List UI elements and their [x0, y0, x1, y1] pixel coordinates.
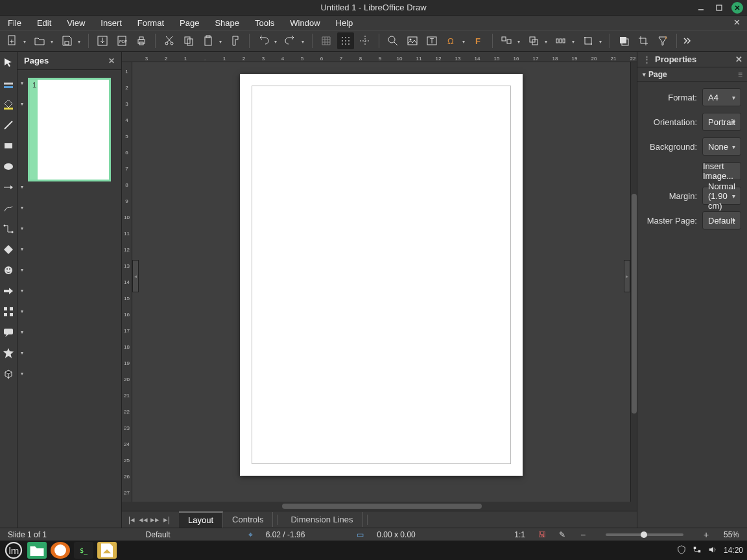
- block-arrows-tool[interactable]: [0, 284, 17, 298]
- first-slide-button[interactable]: |◂: [126, 514, 137, 526]
- scrollbar-thumb[interactable]: [632, 194, 637, 414]
- libreoffice-draw-taskbar[interactable]: [97, 542, 117, 559]
- files-app-button[interactable]: [27, 542, 47, 559]
- rectangle-tool[interactable]: [0, 139, 17, 153]
- pages-panel-close-icon[interactable]: ✕: [108, 56, 115, 65]
- undo-button[interactable]: [255, 32, 272, 49]
- save-button[interactable]: [58, 32, 75, 49]
- helplines-button[interactable]: [357, 32, 374, 49]
- menu-file[interactable]: File: [5, 17, 24, 29]
- snap-to-grid-button[interactable]: [337, 32, 354, 49]
- filter-button[interactable]: [654, 32, 671, 49]
- next-slide-button[interactable]: ▸▸: [149, 514, 161, 526]
- master-page-select[interactable]: Default: [702, 211, 741, 229]
- menu-view[interactable]: View: [64, 17, 88, 29]
- section-menu-icon[interactable]: ≡: [738, 70, 742, 79]
- orientation-select[interactable]: Portrait: [702, 113, 741, 131]
- tab-controls[interactable]: Controls: [223, 512, 273, 527]
- background-select[interactable]: None: [702, 137, 741, 156]
- volume-icon[interactable]: [708, 545, 717, 556]
- network-icon[interactable]: [693, 545, 702, 556]
- firefox-app-button[interactable]: [51, 542, 70, 559]
- start-menu-button[interactable]: lm: [4, 542, 23, 559]
- horizontal-scrollbar[interactable]: [132, 503, 632, 509]
- position-size-button[interactable]: [580, 32, 597, 49]
- insert-special-char-button[interactable]: Ω: [443, 32, 460, 49]
- horizontal-ruler[interactable]: 321.12345678910111213141516171819202122: [122, 52, 637, 62]
- save-status-icon[interactable]: 🖫: [538, 530, 546, 539]
- page-thumbnail-1[interactable]: 1: [28, 78, 111, 181]
- symbol-shapes-tool[interactable]: [0, 263, 17, 277]
- toolbar-overflow-button[interactable]: [682, 32, 691, 49]
- open-button[interactable]: [31, 32, 48, 49]
- page-section-header[interactable]: Page ≡: [637, 67, 747, 82]
- canvas[interactable]: ◂ ▸: [132, 62, 630, 502]
- curves-polygons-tool[interactable]: [0, 201, 17, 215]
- insert-fontwork-button[interactable]: F: [470, 32, 487, 49]
- insert-textbox-button[interactable]: T: [423, 32, 440, 49]
- close-button[interactable]: [731, 2, 743, 14]
- zoom-slider[interactable]: [606, 533, 683, 536]
- tab-layout[interactable]: Layout: [179, 511, 223, 528]
- page[interactable]: [240, 74, 523, 476]
- scrollbar-thumb[interactable]: [282, 504, 482, 509]
- clone-formatting-button[interactable]: [227, 32, 244, 49]
- menu-edit[interactable]: Edit: [34, 17, 54, 29]
- zoom-out-button[interactable]: −: [578, 530, 587, 540]
- last-slide-button[interactable]: ▸|: [161, 514, 172, 526]
- format-select[interactable]: A4: [702, 88, 741, 106]
- grid-button[interactable]: [318, 32, 335, 49]
- stars-tool[interactable]: [0, 346, 17, 360]
- vertical-scrollbar[interactable]: [630, 62, 637, 502]
- signature-icon[interactable]: ✎: [559, 530, 565, 539]
- style-name[interactable]: Default: [146, 530, 171, 539]
- menu-page[interactable]: Page: [177, 17, 202, 29]
- export-pdf-button[interactable]: PDF: [113, 32, 130, 49]
- cut-button[interactable]: [161, 32, 178, 49]
- menu-window[interactable]: Window: [287, 17, 322, 29]
- zoom-slider-knob[interactable]: [641, 531, 647, 538]
- menu-tools[interactable]: Tools: [252, 17, 277, 29]
- new-button[interactable]: [4, 32, 21, 49]
- updates-icon[interactable]: [677, 545, 686, 556]
- clock[interactable]: 14:20: [724, 546, 743, 555]
- line-color-tool[interactable]: [0, 76, 17, 91]
- distribute-button[interactable]: [552, 32, 569, 49]
- copy-button[interactable]: [180, 32, 197, 49]
- ellipse-tool[interactable]: [0, 159, 17, 174]
- connectors-tool[interactable]: [0, 222, 17, 236]
- minimize-button[interactable]: [695, 2, 707, 14]
- fill-color-tool[interactable]: [0, 97, 17, 111]
- zoom-in-button[interactable]: +: [702, 530, 711, 540]
- menu-format[interactable]: Format: [135, 17, 167, 29]
- split-handle-left[interactable]: ◂: [132, 260, 139, 292]
- redo-button[interactable]: [282, 32, 299, 49]
- slide-indicator[interactable]: Slide 1 of 1: [8, 530, 47, 539]
- print-button[interactable]: [133, 32, 150, 49]
- paste-button[interactable]: [200, 32, 217, 49]
- vertical-ruler[interactable]: 1234567891011121314151617181920212223242…: [122, 62, 132, 502]
- menu-shape[interactable]: Shape: [212, 17, 242, 29]
- maximize-button[interactable]: [713, 2, 725, 14]
- export-button[interactable]: [94, 32, 111, 49]
- split-handle-right[interactable]: ▸: [624, 260, 630, 292]
- properties-close-icon[interactable]: ✕: [735, 54, 742, 64]
- menu-insert[interactable]: Insert: [98, 17, 124, 29]
- zoom-button[interactable]: [385, 32, 401, 49]
- lines-arrows-tool[interactable]: [0, 180, 17, 194]
- crop-button[interactable]: [635, 32, 652, 49]
- grip-icon[interactable]: ⋮: [643, 54, 651, 64]
- terminal-app-button[interactable]: $_: [74, 542, 93, 559]
- line-tool[interactable]: [0, 118, 17, 132]
- flowchart-tool[interactable]: [0, 305, 17, 319]
- basic-shapes-tool[interactable]: [0, 242, 17, 257]
- tab-dimension-lines[interactable]: Dimension Lines: [281, 512, 362, 527]
- margin-select[interactable]: Normal (1.90 cm): [702, 187, 741, 205]
- callouts-tool[interactable]: [0, 325, 17, 340]
- prev-slide-button[interactable]: ◂◂: [137, 514, 149, 526]
- arrange-button[interactable]: [525, 32, 542, 49]
- insert-image-button[interactable]: [404, 32, 421, 49]
- align-objects-button[interactable]: [498, 32, 515, 49]
- shadow-button[interactable]: [615, 32, 632, 49]
- zoom-percent[interactable]: 55%: [724, 530, 739, 539]
